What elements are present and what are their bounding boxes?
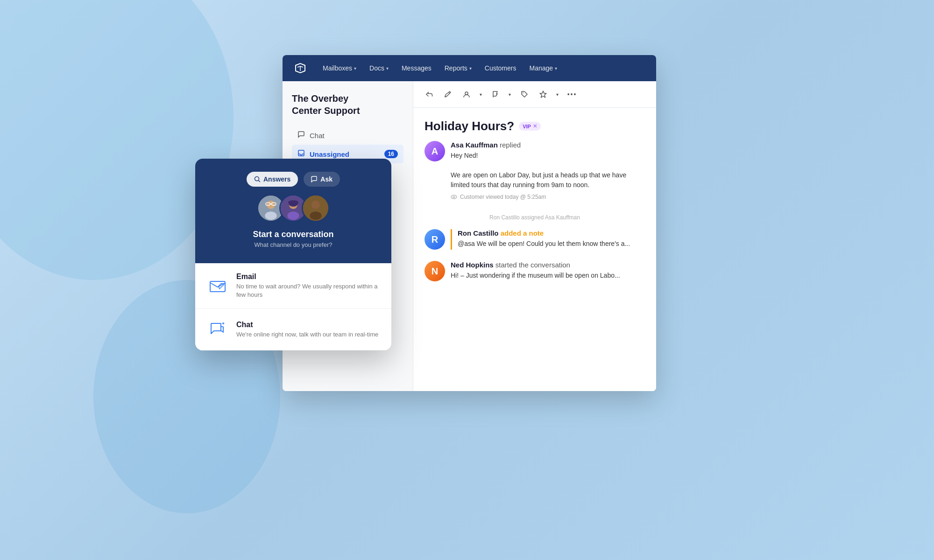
nav-docs[interactable]: Docs ▾ <box>363 61 395 76</box>
svg-point-10 <box>265 211 276 220</box>
docs-chevron: ▾ <box>386 66 389 71</box>
search-icon <box>254 176 261 182</box>
automation-button[interactable] <box>535 86 552 103</box>
nav-customers[interactable]: Customers <box>478 61 523 76</box>
message-header-asa: Asa Kauffman replied <box>451 141 645 149</box>
avatar-ron: R <box>425 229 445 250</box>
chat-channel-desc: We're online right now, talk with our te… <box>236 330 380 339</box>
system-message-assign: Ron Castillo assigned Asa Kauffman <box>425 211 645 224</box>
svg-point-13 <box>287 211 299 220</box>
automation-dropdown[interactable]: ▾ <box>552 86 562 103</box>
action-ned: started the conversation <box>495 261 570 269</box>
widget-channel-email[interactable]: Email No time to wait around? We usually… <box>195 263 391 309</box>
nav-reports[interactable]: Reports ▾ <box>438 61 478 76</box>
svg-point-2 <box>523 92 524 93</box>
ask-label: Ask <box>320 175 333 183</box>
action-group: ▾ <box>535 86 562 103</box>
nav-manage[interactable]: Manage ▾ <box>523 61 564 76</box>
unassigned-label: Unassigned <box>310 150 349 158</box>
avatar-ned: N <box>425 261 445 281</box>
edit-button[interactable] <box>439 86 456 103</box>
assign-dropdown[interactable]: ▾ <box>476 86 485 103</box>
widget-header: Answers Ask <box>195 159 391 263</box>
nav-bar: Mailboxes ▾ Docs ▾ Messages Reports ▾ Cu… <box>283 55 656 81</box>
system-text: Ron Castillo assigned Asa Kauffman <box>489 214 580 221</box>
more-button[interactable]: ••• <box>564 86 580 103</box>
assign-button[interactable] <box>458 86 475 103</box>
message-body-ned: Ned Hopkins started the conversation Hi!… <box>451 261 645 281</box>
message-asa: A Asa Kauffman replied Hey Ned! We are o… <box>425 141 645 200</box>
answers-label: Answers <box>263 175 290 183</box>
email-channel-desc: No time to wait around? We usually respo… <box>236 282 380 299</box>
widget-cta-subtitle: What channel do you prefer? <box>253 241 333 248</box>
chat-channel-name: Chat <box>236 321 380 329</box>
widget-body: Email No time to wait around? We usually… <box>195 263 391 350</box>
author-ron: Ron Castillo <box>458 229 499 237</box>
status-group: ▾ <box>487 86 514 103</box>
viewed-text: Customer viewed today @ 5:25am <box>460 194 546 200</box>
svg-point-16 <box>310 211 321 220</box>
author-ned: Ned Hopkins <box>451 261 494 269</box>
chat-icon <box>297 131 305 140</box>
message-header-ned: Ned Hopkins started the conversation <box>451 261 645 269</box>
flag-dropdown[interactable]: ▾ <box>505 86 514 103</box>
widget-channel-chat[interactable]: Chat We're online right now, talk with o… <box>195 309 391 350</box>
message-ned: N Ned Hopkins started the conversation H… <box>425 261 645 281</box>
flag-button[interactable] <box>487 86 504 103</box>
vip-close-icon[interactable]: ✕ <box>533 123 537 129</box>
chat-bubble-icon <box>311 176 318 182</box>
widget-answers-btn[interactable]: Answers <box>247 172 298 187</box>
reply-button[interactable] <box>421 86 438 103</box>
sidebar-item-chat[interactable]: Chat <box>292 126 403 145</box>
vip-text: VIP <box>523 124 531 129</box>
eye-icon <box>451 194 457 200</box>
message-meta-asa: Customer viewed today @ 5:25am <box>451 194 645 200</box>
author-asa: Asa Kauffman <box>451 141 498 149</box>
manage-chevron: ▾ <box>555 66 557 71</box>
message-text-asa: Hey Ned! We are open on Labor Day, but j… <box>451 151 645 190</box>
assign-group: ▾ <box>458 86 485 103</box>
nav-mailboxes[interactable]: Mailboxes ▾ <box>316 61 363 76</box>
tag-button[interactable] <box>516 86 533 103</box>
avatar-asa: A <box>425 141 445 161</box>
svg-point-7 <box>267 201 275 209</box>
email-channel-name: Email <box>236 273 380 281</box>
chat-widget: Answers Ask <box>195 159 391 350</box>
message-body-asa: Asa Kauffman replied Hey Ned! We are ope… <box>451 141 645 200</box>
email-channel-info: Email No time to wait around? We usually… <box>236 273 380 299</box>
message-text-ned: Hi! – Just wondering if the museum will … <box>451 271 645 280</box>
chat-channel-icon <box>206 318 229 341</box>
email-channel-icon <box>206 275 229 297</box>
sidebar-title: The OverbeyCenter Support <box>292 92 403 117</box>
chat-channel-info: Chat We're online right now, talk with o… <box>236 321 380 339</box>
widget-avatar-3 <box>302 194 330 222</box>
reports-chevron: ▾ <box>469 66 472 71</box>
action-asa: replied <box>500 141 521 149</box>
conversation-content: Holiday Hours? VIP ✕ A Asa Kauffman rep <box>413 108 656 391</box>
message-header-ron: Ron Castillo added a note <box>458 229 645 237</box>
unassigned-badge: 16 <box>384 150 398 158</box>
app-logo[interactable] <box>292 60 309 77</box>
conversation-panel: ▾ ▾ <box>413 81 656 391</box>
message-text-ron: @asa We will be open! Could you let them… <box>458 239 645 249</box>
mailboxes-chevron: ▾ <box>354 66 356 71</box>
widget-nav: Answers Ask <box>247 172 340 187</box>
inbox-icon <box>297 149 305 159</box>
action-ron: added a note <box>501 229 544 237</box>
widget-cta-title: Start a conversation <box>253 230 333 239</box>
conversation-title: Holiday Hours? VIP ✕ <box>425 119 645 133</box>
conversation-toolbar: ▾ ▾ <box>413 81 656 108</box>
svg-point-4 <box>453 196 455 198</box>
message-body-ron: Ron Castillo added a note @asa We will b… <box>451 229 645 250</box>
widget-avatars <box>257 194 330 222</box>
svg-point-3 <box>451 195 457 199</box>
vip-badge: VIP ✕ <box>519 122 541 131</box>
widget-cta: Start a conversation What channel do you… <box>253 230 333 248</box>
title-text: Holiday Hours? <box>425 119 514 133</box>
svg-point-1 <box>465 92 468 95</box>
nav-messages[interactable]: Messages <box>395 61 438 76</box>
widget-ask-btn[interactable]: Ask <box>304 172 340 187</box>
chat-label: Chat <box>310 132 325 140</box>
svg-point-15 <box>311 201 320 209</box>
message-ron: R Ron Castillo added a note @asa We will… <box>425 229 645 250</box>
